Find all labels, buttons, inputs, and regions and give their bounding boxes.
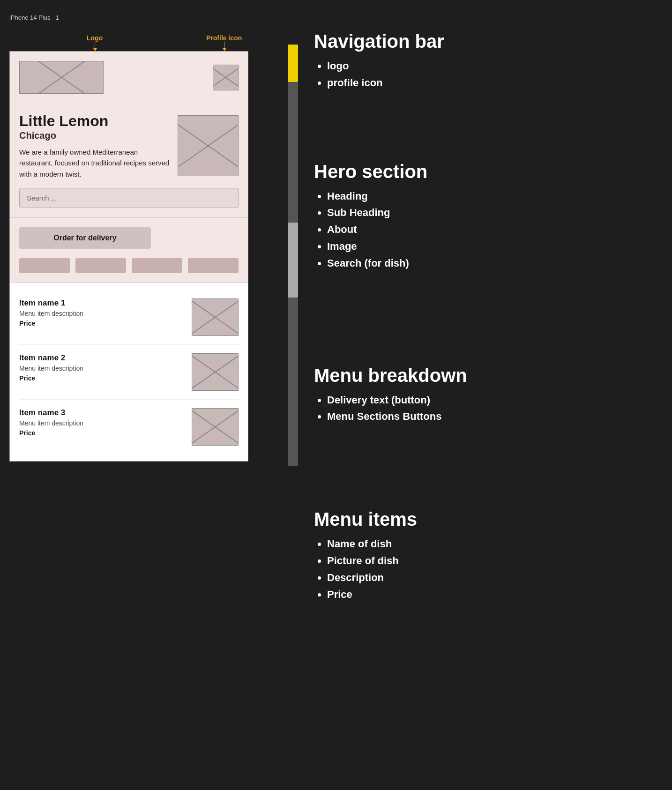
annotation-list-1: HeadingSub HeadingAboutImageSearch (for … bbox=[314, 189, 649, 271]
annotation-item-1-1: Sub Heading bbox=[327, 206, 649, 220]
annotation-item-1-0: Heading bbox=[327, 189, 649, 204]
menu-item-text-2: Item name 2 Menu item description Price bbox=[19, 353, 185, 382]
hero-section: Little Lemon Chicago We are a family own… bbox=[10, 101, 248, 218]
menu-item-text-3: Item name 3 Menu item description Price bbox=[19, 408, 185, 437]
menu-section: Order for delivery bbox=[10, 218, 248, 283]
profile-annotation: Profile icon bbox=[206, 34, 242, 51]
annotation-block-title-1: Hero section bbox=[314, 161, 649, 182]
menu-section-btn-3[interactable] bbox=[132, 258, 182, 273]
annotation-item-3-2: Description bbox=[327, 571, 649, 585]
item-description-2: Menu item description bbox=[19, 365, 185, 372]
item-price-1: Price bbox=[19, 320, 185, 327]
iphone-frame: Little Lemon Chicago We are a family own… bbox=[9, 51, 248, 462]
annotation-block-0: Navigation barlogoprofile icon bbox=[314, 14, 649, 107]
item-image-1 bbox=[192, 298, 239, 336]
annotation-item-2-0: Delivery text (button) bbox=[327, 393, 649, 408]
item-name-3: Item name 3 bbox=[19, 408, 185, 417]
menu-buttons-row bbox=[19, 258, 239, 273]
item-name-1: Item name 1 bbox=[19, 298, 185, 308]
profile-placeholder bbox=[213, 65, 239, 90]
annotation-block-1: Hero sectionHeadingSub HeadingAboutImage… bbox=[314, 144, 649, 287]
hero-text: Little Lemon Chicago We are a family own… bbox=[19, 113, 171, 179]
annotation-item-0-0: logo bbox=[327, 59, 649, 74]
annotation-block-2: Menu breakdownDelivery text (button)Menu… bbox=[314, 348, 649, 441]
logo-placeholder bbox=[19, 61, 104, 94]
middle-panel bbox=[286, 45, 300, 466]
logo-arrow bbox=[95, 42, 95, 51]
hero-heading: Little Lemon bbox=[19, 113, 171, 129]
annotation-item-3-1: Picture of dish bbox=[327, 554, 649, 568]
scrollbar-track bbox=[288, 45, 298, 466]
item-price-3: Price bbox=[19, 429, 185, 437]
left-panel: iPhone 14 Plus - 1 Logo Profile icon Lit… bbox=[9, 14, 281, 462]
menu-item-3: Item name 3 Menu item description Price bbox=[19, 400, 239, 454]
logo-annotation: Logo bbox=[87, 34, 103, 51]
menu-section-btn-4[interactable] bbox=[188, 258, 239, 273]
menu-section-btn-2[interactable] bbox=[75, 258, 126, 273]
annotation-spacer-2 bbox=[314, 440, 649, 492]
annotation-block-title-2: Menu breakdown bbox=[314, 365, 649, 386]
annotation-spacer-1 bbox=[314, 287, 649, 348]
search-bar[interactable]: Search ... bbox=[19, 188, 239, 208]
logo-label: Logo bbox=[87, 34, 103, 42]
item-image-2 bbox=[192, 353, 239, 391]
right-panel: Navigation barlogoprofile iconHero secti… bbox=[300, 14, 663, 618]
menu-item-text-1: Item name 1 Menu item description Price bbox=[19, 298, 185, 327]
scrollbar-thumb-gray bbox=[288, 223, 298, 298]
hero-subheading: Chicago bbox=[19, 130, 171, 141]
annotation-item-3-0: Name of dish bbox=[327, 537, 649, 552]
scrollbar-thumb-yellow bbox=[288, 45, 298, 82]
annotation-list-3: Name of dishPicture of dishDescriptionPr… bbox=[314, 537, 649, 602]
device-label: iPhone 14 Plus - 1 bbox=[9, 14, 59, 21]
menu-items-section: Item name 1 Menu item description Price … bbox=[10, 283, 248, 461]
menu-section-btn-1[interactable] bbox=[19, 258, 70, 273]
annotation-item-2-1: Menu Sections Buttons bbox=[327, 410, 649, 424]
hero-content: Little Lemon Chicago We are a family own… bbox=[19, 113, 239, 179]
profile-arrow bbox=[224, 42, 224, 51]
annotation-list-0: logoprofile icon bbox=[314, 59, 649, 90]
annotation-item-1-3: Image bbox=[327, 239, 649, 254]
annotation-block-title-0: Navigation bar bbox=[314, 30, 649, 52]
annotation-list-2: Delivery text (button)Menu Sections Butt… bbox=[314, 393, 649, 425]
annotation-item-1-2: About bbox=[327, 223, 649, 237]
annotation-block-title-3: Menu items bbox=[314, 508, 649, 530]
item-description-3: Menu item description bbox=[19, 419, 185, 427]
delivery-button[interactable]: Order for delivery bbox=[19, 227, 151, 249]
annotation-item-1-4: Search (for dish) bbox=[327, 256, 649, 271]
item-price-2: Price bbox=[19, 374, 185, 382]
annotation-block-3: Menu itemsName of dishPicture of dishDes… bbox=[314, 492, 649, 618]
hero-about: We are a family owned Mediterranean rest… bbox=[19, 147, 171, 179]
item-name-2: Item name 2 bbox=[19, 353, 185, 363]
item-description-1: Menu item description bbox=[19, 310, 185, 317]
annotation-item-0-1: profile icon bbox=[327, 76, 649, 90]
nav-bar-section bbox=[10, 52, 248, 101]
profile-label: Profile icon bbox=[206, 34, 242, 42]
annotation-item-3-3: Price bbox=[327, 588, 649, 602]
annotation-spacer-0 bbox=[314, 107, 649, 144]
menu-item-1: Item name 1 Menu item description Price bbox=[19, 290, 239, 345]
item-image-3 bbox=[192, 408, 239, 446]
annotation-row: Logo Profile icon bbox=[9, 23, 281, 51]
hero-image-placeholder bbox=[178, 115, 239, 176]
menu-item-2: Item name 2 Menu item description Price bbox=[19, 345, 239, 400]
